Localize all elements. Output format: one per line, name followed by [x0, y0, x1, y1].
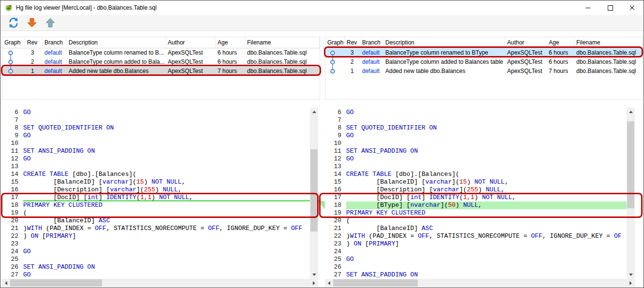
line-number: 19: [2, 209, 23, 217]
scroll-down-button[interactable]: [627, 271, 635, 279]
column-header-filename[interactable]: Filename: [245, 37, 320, 48]
scrollbar-thumb[interactable]: [10, 279, 102, 287]
column-header-branch[interactable]: Branch: [43, 37, 67, 48]
revision-table-body: 3defaultBalanceType column renamed to BT…: [325, 48, 643, 76]
scrollbar-thumb[interactable]: [333, 279, 418, 287]
author-cell: ApexSQLTest: [505, 48, 547, 58]
column-header-filename[interactable]: Filename: [574, 37, 643, 48]
next-diff-button[interactable]: [25, 16, 39, 29]
minimize-icon: [585, 8, 590, 8]
code-line-15: 15 [BalanceID] [varchar](15) NOT NULL,: [2, 178, 310, 186]
column-header-branch[interactable]: Branch: [360, 37, 383, 48]
code-line-9: 9GO: [2, 132, 310, 140]
column-header-graph[interactable]: Graph: [2, 37, 25, 48]
line-number: 11: [325, 147, 346, 155]
scroll-left-icon: [328, 281, 330, 285]
age-cell: 6 hours: [547, 48, 574, 58]
scrollbar-thumb[interactable]: [627, 121, 634, 208]
scroll-left-icon: [5, 281, 7, 285]
filename-cell: dbo.Balances.Table.sql: [245, 58, 320, 67]
code-text: [346, 263, 627, 271]
scroll-left-button[interactable]: [325, 279, 333, 287]
code-line-27: 27SET ANSI_PADDING ON: [325, 271, 627, 279]
code-text: [346, 163, 627, 171]
line-number: 21: [325, 225, 346, 232]
table-row-rev-2[interactable]: 2defaultBalanceType column added to Bala…: [325, 58, 643, 67]
column-header-age[interactable]: Age: [216, 37, 245, 48]
app-icon[interactable]: [5, 4, 13, 12]
scrollbar-thumb[interactable]: [310, 149, 318, 231]
line-number: 10: [2, 140, 23, 147]
column-header-rev[interactable]: Rev: [345, 37, 360, 48]
code-text: [346, 116, 627, 124]
vertical-scrollbar-left[interactable]: [310, 108, 318, 279]
branch-cell: default: [360, 67, 383, 76]
scroll-up-button[interactable]: [310, 108, 318, 116]
code-text: CREATE TABLE [dbo].[Balances](: [23, 171, 310, 178]
refresh-button[interactable]: [6, 16, 21, 29]
line-number: 16: [325, 186, 346, 194]
line-number: 6: [325, 109, 346, 116]
scroll-right-icon: [313, 281, 315, 285]
line-number: 24: [325, 248, 346, 256]
column-header-age[interactable]: Age: [547, 37, 574, 48]
column-header-graph[interactable]: Graph: [325, 37, 345, 48]
column-header-description[interactable]: Description: [383, 37, 505, 48]
line-number: 9: [325, 132, 346, 140]
column-header-author[interactable]: Author: [166, 37, 216, 48]
code-text: (: [346, 217, 627, 225]
column-header-author[interactable]: Author: [505, 37, 547, 48]
author-cell: ApexSQLTest: [166, 58, 216, 67]
line-number: 20: [325, 217, 346, 225]
line-number: 21: [2, 225, 23, 232]
table-row-rev-3[interactable]: 3defaultBalanceType column renamed to B.…: [2, 48, 320, 58]
code-text: [BalanceID] ASC: [23, 217, 310, 225]
table-row-rev-1[interactable]: 1defaultAdded new table dbo.BalancesApex…: [325, 67, 643, 76]
code-line-21: 21)WITH (PAD_INDEX = OFF, STATISTICS_NOR…: [2, 225, 310, 232]
code-text: ) ON [PRIMARY]: [346, 240, 627, 248]
code-text: SET ANSI_PADDING ON: [23, 263, 310, 271]
description-cell: Added new table dbo.Balances: [383, 67, 505, 76]
author-cell: ApexSQLTest: [505, 67, 547, 76]
code-line-16: 16 [Description] [varchar](255) NULL,: [2, 186, 310, 194]
code-text: GO: [23, 109, 310, 116]
commit-graph-node: [2, 58, 25, 67]
column-header-rev[interactable]: Rev: [25, 37, 43, 48]
maximize-button[interactable]: [599, 0, 621, 15]
line-number: 18: [2, 202, 23, 209]
scroll-right-button[interactable]: [627, 279, 635, 287]
code-text: GO: [23, 271, 310, 279]
maximize-icon: [608, 5, 613, 11]
code-text: [23, 140, 310, 147]
filename-cell: dbo.Balances.Table.sql: [245, 67, 320, 76]
line-number: 8: [2, 124, 23, 132]
prev-diff-button[interactable]: [43, 16, 58, 29]
scroll-up-button[interactable]: [627, 108, 635, 116]
table-row-rev-1[interactable]: 1defaultAdded new table dbo.BalancesApex…: [2, 67, 320, 76]
code-line-11: 11SET ANSI_PADDING ON: [325, 147, 627, 155]
close-button[interactable]: [621, 0, 644, 15]
horizontal-scrollbar-left[interactable]: [2, 279, 318, 287]
vertical-scrollbar-right[interactable]: [627, 108, 635, 279]
scroll-left-button[interactable]: [2, 279, 10, 287]
table-row-rev-3[interactable]: 3defaultBalanceType column renamed to BT…: [325, 48, 643, 58]
graph-icon: [2, 48, 22, 58]
line-number: 7: [2, 116, 23, 124]
line-number: 15: [325, 178, 346, 186]
horizontal-scrollbar-right[interactable]: [325, 279, 635, 287]
scroll-right-button[interactable]: [310, 279, 318, 287]
line-number: 22: [2, 232, 23, 240]
table-row-rev-2[interactable]: 2defaultBalanceType column added to Bala…: [2, 58, 320, 67]
code-line-25: 25: [2, 256, 310, 263]
description-cell: BalanceType column added to Bala...: [67, 58, 166, 67]
code-text: [DocID] [int] IDENTITY(1,1) NOT NULL,: [346, 194, 627, 202]
code-line-18: 18 [BType] [nvarchar](50) NULL,: [325, 202, 627, 209]
minimize-button[interactable]: [577, 0, 599, 15]
column-header-description[interactable]: Description: [67, 37, 166, 48]
code-text: CREATE TABLE [dbo].[Balances](: [346, 171, 627, 178]
commit-graph-node: [325, 48, 345, 58]
age-cell: 7 hours: [216, 67, 245, 76]
code-text: [Description] [varchar](255) NULL,: [346, 186, 627, 194]
code-text: [BalanceID] [varchar](15) NOT NULL,: [23, 178, 310, 186]
scroll-down-button[interactable]: [310, 271, 318, 279]
